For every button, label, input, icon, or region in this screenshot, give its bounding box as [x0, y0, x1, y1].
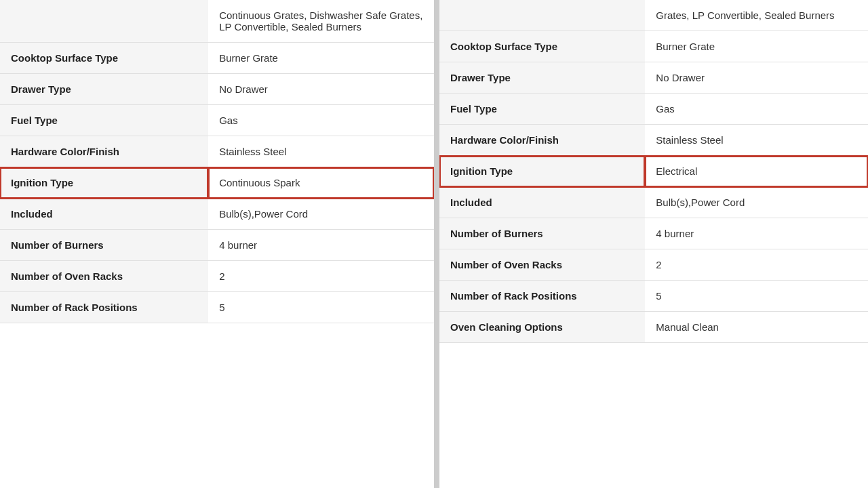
label-right-num-oven-racks: Number of Oven Racks	[439, 249, 645, 281]
row-right-num-oven-racks: Number of Oven Racks2	[439, 249, 868, 281]
value-right-top-features: Grates, LP Convertible, Sealed Burners	[645, 0, 868, 31]
label-right-drawer-type: Drawer Type	[439, 62, 645, 94]
value-right-fuel-type: Gas	[645, 94, 868, 125]
value-right-ignition-type: Electrical	[645, 156, 868, 187]
row-left-fuel-type: Fuel TypeGas	[0, 105, 434, 136]
label-left-top-features	[0, 0, 208, 43]
label-left-num-oven-racks: Number of Oven Racks	[0, 261, 208, 292]
row-left-hardware-color: Hardware Color/FinishStainless Steel	[0, 136, 434, 167]
value-left-included: Bulb(s),Power Cord	[208, 199, 434, 230]
left-panel: Continuous Grates, Dishwasher Safe Grate…	[0, 0, 434, 488]
value-right-num-burners: 4 burner	[645, 218, 868, 249]
label-left-num-rack-positions: Number of Rack Positions	[0, 292, 208, 323]
right-specs-table: Grates, LP Convertible, Sealed BurnersCo…	[439, 0, 868, 343]
row-right-fuel-type: Fuel TypeGas	[439, 94, 868, 125]
value-right-num-oven-racks: 2	[645, 249, 868, 281]
label-right-fuel-type: Fuel Type	[439, 94, 645, 125]
value-left-cooktop-surface-type: Burner Grate	[208, 43, 434, 74]
row-right-oven-cleaning: Oven Cleaning OptionsManual Clean	[439, 312, 868, 343]
row-right-cooktop-surface-type: Cooktop Surface TypeBurner Grate	[439, 31, 868, 62]
row-right-top-features: Grates, LP Convertible, Sealed Burners	[439, 0, 868, 31]
label-right-hardware-color: Hardware Color/Finish	[439, 125, 645, 156]
row-right-num-burners: Number of Burners4 burner	[439, 218, 868, 249]
value-right-num-rack-positions: 5	[645, 281, 868, 312]
row-right-hardware-color: Hardware Color/FinishStainless Steel	[439, 125, 868, 156]
row-left-ignition-type: Ignition TypeContinuous Spark	[0, 167, 434, 199]
value-left-num-oven-racks: 2	[208, 261, 434, 292]
row-left-num-burners: Number of Burners4 burner	[0, 230, 434, 261]
label-left-included: Included	[0, 199, 208, 230]
label-left-drawer-type: Drawer Type	[0, 74, 208, 105]
label-right-num-burners: Number of Burners	[439, 218, 645, 249]
label-right-ignition-type: Ignition Type	[439, 156, 645, 187]
row-right-included: IncludedBulb(s),Power Cord	[439, 187, 868, 218]
row-left-included: IncludedBulb(s),Power Cord	[0, 199, 434, 230]
label-right-included: Included	[439, 187, 645, 218]
right-panel: Grates, LP Convertible, Sealed BurnersCo…	[434, 0, 868, 488]
label-right-oven-cleaning: Oven Cleaning Options	[439, 312, 645, 343]
label-left-hardware-color: Hardware Color/Finish	[0, 136, 208, 167]
value-left-num-rack-positions: 5	[208, 292, 434, 323]
row-left-top-features: Continuous Grates, Dishwasher Safe Grate…	[0, 0, 434, 43]
value-left-num-burners: 4 burner	[208, 230, 434, 261]
value-left-hardware-color: Stainless Steel	[208, 136, 434, 167]
label-right-top-features	[439, 0, 645, 31]
value-left-fuel-type: Gas	[208, 105, 434, 136]
row-right-num-rack-positions: Number of Rack Positions5	[439, 281, 868, 312]
value-right-included: Bulb(s),Power Cord	[645, 187, 868, 218]
row-right-drawer-type: Drawer TypeNo Drawer	[439, 62, 868, 94]
value-left-ignition-type: Continuous Spark	[208, 167, 434, 199]
label-left-cooktop-surface-type: Cooktop Surface Type	[0, 43, 208, 74]
value-left-top-features: Continuous Grates, Dishwasher Safe Grate…	[208, 0, 434, 43]
label-right-cooktop-surface-type: Cooktop Surface Type	[439, 31, 645, 62]
row-left-num-oven-racks: Number of Oven Racks2	[0, 261, 434, 292]
row-left-cooktop-surface-type: Cooktop Surface TypeBurner Grate	[0, 43, 434, 74]
row-left-num-rack-positions: Number of Rack Positions5	[0, 292, 434, 323]
label-left-num-burners: Number of Burners	[0, 230, 208, 261]
value-right-oven-cleaning: Manual Clean	[645, 312, 868, 343]
row-left-drawer-type: Drawer TypeNo Drawer	[0, 74, 434, 105]
value-right-cooktop-surface-type: Burner Grate	[645, 31, 868, 62]
label-right-num-rack-positions: Number of Rack Positions	[439, 281, 645, 312]
label-left-fuel-type: Fuel Type	[0, 105, 208, 136]
value-right-hardware-color: Stainless Steel	[645, 125, 868, 156]
left-specs-table: Continuous Grates, Dishwasher Safe Grate…	[0, 0, 434, 323]
row-right-ignition-type: Ignition TypeElectrical	[439, 156, 868, 187]
label-left-ignition-type: Ignition Type	[0, 167, 208, 199]
value-right-drawer-type: No Drawer	[645, 62, 868, 94]
value-left-drawer-type: No Drawer	[208, 74, 434, 105]
